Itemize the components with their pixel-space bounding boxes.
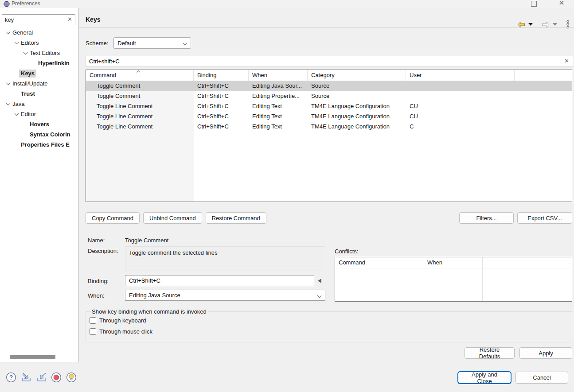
eclipse-logo-icon: [4, 1, 10, 7]
chevron-down-icon[interactable]: [4, 102, 12, 105]
back-icon[interactable]: [517, 21, 525, 28]
header-divider: [79, 27, 574, 28]
conflicts-table: Command When: [335, 257, 572, 302]
table-row[interactable]: Toggle Line Comment Ctrl+Shift+C Editing…: [86, 101, 572, 112]
chevron-down-icon[interactable]: [21, 51, 30, 54]
description-label: Description:: [88, 248, 118, 254]
when-select[interactable]: Editing Java Source: [125, 290, 325, 301]
table-row[interactable]: Toggle Comment Ctrl+Shift+C Editing Prop…: [86, 91, 572, 101]
unbind-command-button[interactable]: Unbind Command: [143, 212, 202, 224]
copy-command-button[interactable]: Copy Command: [86, 212, 140, 224]
sidebar-item-editor[interactable]: Editor: [0, 109, 79, 119]
filters-button[interactable]: Filters...: [459, 212, 514, 224]
description-box: Toggle comment the selected lines: [125, 246, 325, 271]
name-label: Name:: [88, 237, 105, 244]
scheme-label: Scheme:: [86, 40, 108, 47]
restore-defaults-button[interactable]: Restore Defaults: [465, 347, 515, 359]
clear-search-icon[interactable]: ✕: [564, 58, 569, 64]
sidebar-item-general[interactable]: General: [0, 27, 79, 38]
header-divider: [335, 268, 572, 268]
horizontal-scrollbar-thumb[interactable]: [10, 355, 55, 359]
column-header-extra: [515, 70, 572, 81]
apply-button[interactable]: Apply: [519, 347, 572, 359]
sidebar-item-editors[interactable]: Editors: [0, 38, 79, 48]
binding-search-input[interactable]: [89, 57, 554, 66]
table-header-row: Command Binding When Category User: [86, 70, 572, 81]
name-value: Toggle Comment: [125, 237, 168, 244]
sidebar-item-properties-files-editor[interactable]: Properties Files E: [0, 140, 79, 150]
through-mouse-option[interactable]: Through mouse click: [90, 326, 568, 337]
group-label: Show key binding when command is invoked: [90, 308, 208, 315]
lightbulb-icon[interactable]: [66, 372, 77, 383]
column-divider: [424, 257, 424, 301]
chevron-down-icon[interactable]: [12, 113, 21, 116]
scheme-selected-value: Default: [117, 40, 136, 47]
record-icon[interactable]: [51, 372, 62, 383]
title-bar: Preferences ✕: [0, 0, 574, 8]
close-button[interactable]: ✕: [558, 0, 566, 8]
table-row[interactable]: Toggle Line Comment Ctrl+Shift+C Editing…: [86, 122, 572, 132]
help-icon[interactable]: ?: [5, 372, 17, 383]
sidebar-item-install-update[interactable]: Install/Update: [0, 78, 79, 89]
sidebar-item-syntax-coloring[interactable]: Syntax Colorin: [0, 129, 79, 140]
conflicts-column-command: Command: [339, 259, 365, 266]
column-header-user[interactable]: User: [406, 70, 515, 81]
key-bindings-table: Command Binding When Category User Toggl…: [86, 70, 572, 202]
preferences-dialog: Preferences ✕ ✕ General Editors Text Edi…: [0, 0, 574, 392]
conflicts-column-when: When: [427, 259, 442, 266]
clear-filter-icon[interactable]: ✕: [67, 16, 72, 23]
when-label: When:: [88, 292, 105, 299]
column-header-binding[interactable]: Binding: [194, 70, 249, 81]
sidebar-item-java[interactable]: Java: [0, 99, 79, 109]
through-mouse-checkbox[interactable]: [90, 328, 96, 335]
svg-text:?: ?: [9, 374, 13, 381]
keys-preference-page: Keys Scheme: Default: [79, 8, 574, 362]
triangle-left-icon: [318, 279, 321, 283]
scheme-select[interactable]: Default: [113, 37, 191, 49]
table-row[interactable]: Toggle Line Comment Ctrl+Shift+C Editing…: [86, 112, 572, 122]
sidebar-item-text-editors[interactable]: Text Editors: [0, 48, 79, 58]
through-keyboard-checkbox[interactable]: [90, 317, 96, 324]
binding-reverse-lookup-button[interactable]: [318, 278, 324, 284]
forward-history-dropdown-icon[interactable]: [553, 23, 557, 26]
binding-search-box: ✕: [86, 56, 573, 67]
back-history-dropdown-icon[interactable]: [528, 23, 533, 26]
column-header-when[interactable]: When: [249, 70, 308, 81]
when-selected-value: Editing Java Source: [129, 292, 180, 299]
dialog-button-bar: ?: [0, 362, 574, 392]
window-title: Preferences: [12, 0, 40, 7]
show-key-binding-group: Show key binding when command is invoked…: [86, 308, 572, 342]
forward-icon[interactable]: [542, 21, 550, 28]
export-preferences-icon[interactable]: [35, 372, 47, 383]
cancel-button[interactable]: Cancel: [515, 372, 568, 384]
page-title: Keys: [86, 16, 100, 23]
sidebar-item-trust[interactable]: Trust: [0, 89, 79, 99]
column-divider: [482, 257, 483, 301]
column-header-category[interactable]: Category: [308, 70, 406, 81]
chevron-down-icon: [317, 294, 322, 298]
binding-input[interactable]: [125, 275, 314, 286]
restore-command-button[interactable]: Restore Command: [206, 212, 266, 224]
sidebar-filter-input[interactable]: [5, 16, 65, 24]
sidebar-item-hyperlinking[interactable]: Hyperlinkin: [0, 58, 79, 68]
binding-label: Binding:: [88, 278, 109, 284]
chevron-down-icon[interactable]: [4, 31, 12, 34]
chevron-down-icon: [183, 41, 187, 46]
sidebar-item-keys[interactable]: Keys: [0, 68, 79, 78]
through-keyboard-option[interactable]: Through keyboard: [90, 315, 568, 326]
sidebar-filter-box: ✕: [2, 14, 75, 25]
chevron-down-icon[interactable]: [12, 41, 21, 44]
apply-and-close-button[interactable]: Apply and Close: [458, 372, 511, 384]
import-preferences-icon[interactable]: [20, 372, 32, 383]
conflicts-label: Conflicts:: [335, 248, 358, 255]
maximize-button[interactable]: [531, 1, 537, 7]
chevron-down-icon[interactable]: [4, 82, 12, 85]
table-row[interactable]: Toggle Comment Ctrl+Shift+C Editing Java…: [86, 81, 572, 91]
preferences-sidebar: ✕ General Editors Text Editors Hyperlink…: [0, 8, 79, 362]
preferences-tree: General Editors Text Editors Hyperlinkin…: [0, 27, 79, 150]
sidebar-item-hovers[interactable]: Hovers: [0, 119, 79, 129]
export-csv-button[interactable]: Export CSV...: [517, 212, 572, 224]
